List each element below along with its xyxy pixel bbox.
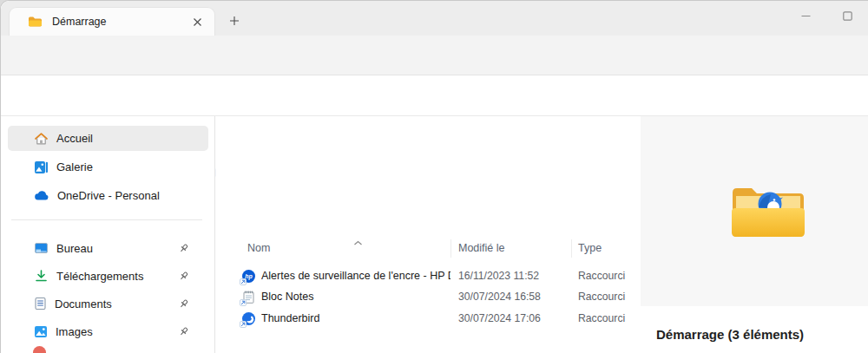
details-pane: Démarrage (3 éléments) (641, 116, 868, 353)
column-header-name[interactable]: Nom (247, 238, 270, 258)
thunderbird-app-icon (241, 311, 256, 326)
tab-demarrage[interactable]: Démarrage (9, 7, 215, 36)
onedrive-cloud-icon (34, 190, 49, 201)
file-explorer-window: Démarrage (0, 0, 868, 353)
shortcut-arrow-icon (240, 299, 247, 306)
file-name: Alertes de surveillance de l'encre - HP … (261, 270, 450, 282)
pin-icon (178, 292, 189, 315)
download-icon (34, 269, 49, 283)
folder-thunderbird-preview-icon (730, 182, 806, 243)
sidebar-divider (11, 219, 202, 220)
preview-stage (641, 116, 868, 306)
sidebar-item-label: Téléchargements (56, 270, 143, 283)
sidebar-item-label: Documents (55, 297, 112, 311)
column-separator[interactable] (450, 239, 451, 258)
sidebar-item-label: Bureau (56, 242, 93, 255)
file-name: Thunderbird (261, 312, 450, 324)
sidebar-item-images[interactable]: Images (8, 320, 208, 343)
shortcut-arrow-icon (240, 321, 247, 328)
sidebar-item-bureau[interactable]: Bureau (8, 237, 208, 259)
sidebar-item-label: Accueil (56, 132, 93, 145)
sidebar-item-documents[interactable]: Documents (8, 292, 208, 315)
sort-ascending-caret-icon (353, 234, 363, 250)
sidebar-item-telechargements[interactable]: Téléchargements (8, 265, 208, 287)
title-bar: Démarrage (1, 1, 868, 36)
file-list: Nom Modifié le Type hp Alertes de survei… (216, 116, 641, 353)
music-icon (33, 346, 46, 353)
command-toolbar: Nouveau Trier (1, 76, 868, 116)
sidebar-item-label: OneDrive - Personal (57, 189, 160, 202)
sidebar-item-onedrive[interactable]: OneDrive - Personal (8, 183, 208, 208)
navigation-bar: … Windows Menu Démarrer Programmes Démar… (1, 36, 868, 75)
pin-icon (178, 320, 189, 343)
pin-icon (178, 237, 189, 259)
images-icon (34, 325, 48, 338)
sidebar-item-label: Galerie (56, 160, 93, 173)
column-header-modified[interactable]: Modifié le (458, 238, 505, 258)
file-type: Raccourci (578, 291, 625, 303)
pin-icon (178, 265, 189, 287)
column-separator[interactable] (571, 239, 572, 258)
sidebar-item-label: Images (56, 325, 93, 338)
file-type: Raccourci (578, 312, 625, 324)
new-tab-button[interactable] (223, 10, 246, 32)
sidebar: Accueil Galerie OneDrive - Personal Bure… (1, 116, 215, 353)
file-row-thunderbird[interactable]: Thunderbird 30/07/2024 17:06 Raccourci (216, 308, 634, 329)
preview-caption: Démarrage (3 éléments) (656, 327, 804, 342)
home-icon (34, 132, 49, 146)
column-header-type[interactable]: Type (578, 238, 602, 258)
desktop-icon (34, 242, 49, 254)
file-type: Raccourci (578, 270, 625, 282)
tab-title: Démarrage (52, 16, 177, 28)
shortcut-arrow-icon (240, 278, 247, 285)
file-modified: 30/07/2024 16:58 (458, 291, 541, 303)
file-name: Bloc Notes (261, 291, 450, 303)
file-modified: 16/11/2023 11:52 (458, 270, 539, 282)
notepad-app-icon (241, 290, 256, 304)
document-icon (34, 297, 47, 311)
tab-close-button[interactable] (187, 11, 207, 32)
sidebar-item-galerie[interactable]: Galerie (8, 154, 208, 180)
hp-app-icon: hp (241, 269, 256, 284)
window-controls (785, 1, 868, 30)
file-modified: 30/07/2024 17:06 (458, 312, 541, 324)
file-row-hp-alertes[interactable]: hp Alertes de surveillance de l'encre - … (216, 265, 634, 286)
gallery-icon (34, 160, 49, 174)
file-row-bloc-notes[interactable]: Bloc Notes 30/07/2024 16:58 Raccourci (216, 286, 634, 307)
maximize-button[interactable] (826, 1, 868, 30)
sidebar-item-accueil[interactable]: Accueil (8, 126, 208, 151)
minimize-button[interactable] (785, 1, 826, 30)
folder-icon (28, 16, 43, 28)
